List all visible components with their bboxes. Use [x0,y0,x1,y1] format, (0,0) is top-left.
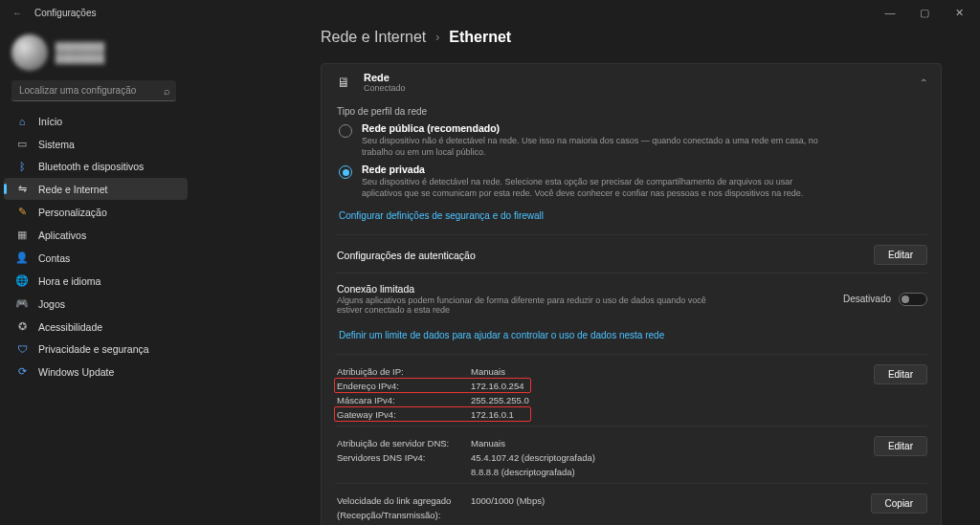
chevron-up-icon[interactable]: ⌃ [920,77,927,88]
sidebar-item-label: Rede e Internet [38,184,107,195]
radio-icon [339,165,352,179]
sidebar-item-label: Jogos [38,298,65,310]
sidebar-item-label: Windows Update [38,366,114,378]
breadcrumb: Rede e Internet › Ethernet [321,29,942,46]
person-icon: 👤 [15,252,29,264]
sidebar-item-home[interactable]: ⌂Início [4,111,188,132]
metered-toggle[interactable] [899,293,927,306]
sidebar-item-label: Privacidade e segurança [38,343,149,355]
radio-icon [339,124,352,138]
ipv4-label: Endereço IPv4: [337,379,471,393]
gateway-value: 172.16.0.1 [471,407,529,422]
sidebar-item-label: Aplicativos [38,230,86,241]
radio-description: Seu dispositivo é detectável na rede. Se… [362,176,821,199]
system-icon: ▭ [15,138,29,150]
sidebar-item-label: Contas [38,252,70,264]
sidebar-item-accounts[interactable]: 👤Contas [4,247,188,269]
monitor-icon: 🖥 [335,75,352,90]
search-input[interactable] [11,80,176,101]
ip-assign-label: Atribuição de IP: [337,364,471,379]
breadcrumb-current: Ethernet [449,29,511,46]
sidebar-item-label: Bluetooth e dispositivos [38,161,144,172]
copy-details-button[interactable]: Copiar [871,493,927,514]
dns-servers-value: 45.4.107.42 (descriptografada) 8.8.8.8 (… [471,450,595,479]
radio-label: Rede privada [362,164,821,175]
maximize-button[interactable]: ▢ [907,0,942,25]
gateway-label: Gateway IPv4: [337,407,471,422]
sidebar-item-personalization[interactable]: ✎Personalização [4,201,188,223]
mask-value: 255.255.255.0 [471,393,529,407]
shield-icon: 🛡 [15,343,29,355]
radio-label: Rede pública (recomendado) [362,122,821,134]
window-title: Configurações [34,8,873,18]
edit-auth-button[interactable]: Editar [874,245,927,265]
wifi-icon: ⇋ [15,183,29,195]
chevron-right-icon: › [435,31,439,44]
ip-assign-value: Manuais [471,364,529,379]
sidebar-item-label: Acessibilidade [38,321,102,333]
user-name: ████████████████ [56,41,104,64]
brush-icon: ✎ [15,206,29,218]
radio-description: Seu dispositivo não é detectável na rede… [362,135,821,158]
minimize-button[interactable]: ― [873,0,907,25]
home-icon: ⌂ [15,116,29,127]
network-name: Rede [364,72,406,83]
user-block[interactable]: ████████████████ [0,29,188,80]
sidebar-item-label: Hora e idioma [38,275,100,287]
accessibility-icon: ✪ [15,320,29,333]
metered-desc: Alguns aplicativos podem funcionar de fo… [337,295,720,315]
gamepad-icon: 🎮 [15,297,29,310]
profile-heading: Tipo de perfil da rede [337,106,927,117]
sidebar-item-label: Início [38,116,62,127]
edit-dns-button[interactable]: Editar [874,436,927,456]
globe-icon: 🌐 [15,274,29,287]
search-icon: ⌕ [164,85,170,97]
sidebar-item-label: Personalização [38,207,107,218]
sidebar-item-time[interactable]: 🌐Hora e idioma [4,270,188,292]
toggle-state: Desativado [843,294,891,304]
link-speed-value: 1000/1000 (Mbps) [471,493,616,508]
link-speed-label: Velocidade do link agregado (Recepção/Tr… [337,493,461,522]
sidebar-item-update[interactable]: ⟳Windows Update [4,361,188,383]
dns-servers-label: Servidores DNS IPv4: [337,450,471,465]
network-status: Conectado [364,83,406,93]
bluetooth-icon: ᛒ [15,161,29,172]
update-icon: ⟳ [15,365,29,378]
sidebar-item-label: Sistema [38,139,75,150]
edit-ip-button[interactable]: Editar [874,364,927,384]
dns-assign-value: Manuais [471,436,595,450]
sidebar-item-privacy[interactable]: 🛡Privacidade e segurança [4,339,188,360]
data-limit-link[interactable]: Definir um limite de dados para ajudar a… [339,330,664,340]
ipv4-value: 172.16.0.254 [471,379,529,393]
network-panel[interactable]: 🖥 Rede Conectado ⌃ Tipo de perfil da red… [321,63,942,525]
auth-settings-label: Configurações de autenticação [337,250,874,261]
firewall-link[interactable]: Configurar definições de segurança e do … [339,210,544,221]
sidebar-item-gaming[interactable]: 🎮Jogos [4,293,188,315]
radio-private-network[interactable]: Rede privada Seu dispositivo é detectáve… [339,164,927,199]
metered-title: Conexão limitada [337,283,843,295]
sidebar-item-bluetooth[interactable]: ᛒBluetooth e dispositivos [4,156,188,177]
close-button[interactable]: ✕ [942,0,976,25]
breadcrumb-parent[interactable]: Rede e Internet [321,29,426,46]
sidebar-item-apps[interactable]: ▦Aplicativos [4,224,188,246]
sidebar-item-accessibility[interactable]: ✪Acessibilidade [4,316,188,338]
radio-public-network[interactable]: Rede pública (recomendado) Seu dispositi… [339,122,927,158]
sidebar-item-network[interactable]: ⇋Rede e Internet [4,178,188,200]
dns-assign-label: Atribuição de servidor DNS: [337,436,471,450]
back-button[interactable]: ← [4,0,31,25]
sidebar: ████████████████ ⌕ ⌂Início ▭Sistema ᛒBlu… [0,25,191,525]
mask-label: Máscara IPv4: [337,393,471,407]
sidebar-item-system[interactable]: ▭Sistema [4,133,188,155]
apps-icon: ▦ [15,229,29,241]
avatar [11,34,48,71]
